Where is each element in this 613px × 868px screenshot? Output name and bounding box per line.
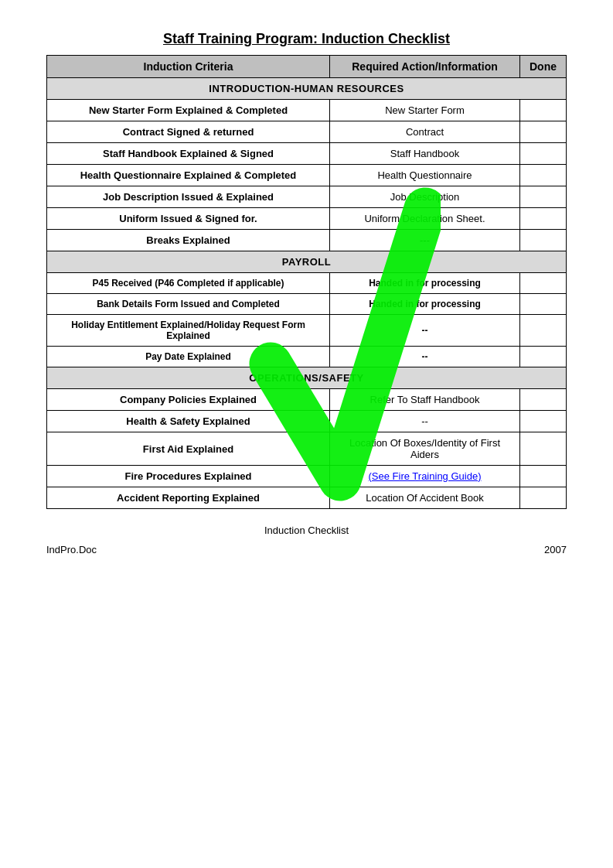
fire-training-link[interactable]: (See Fire Training Guide)	[369, 470, 482, 482]
criteria-cell: First Aid Explained	[47, 432, 330, 466]
table-row: Company Policies ExplainedRefer To Staff…	[47, 389, 567, 411]
footer-right: 2007	[544, 544, 567, 555]
criteria-cell: Health & Safety Explained	[47, 411, 330, 432]
action-cell: Handed in for processing	[330, 273, 520, 294]
section-label: PAYROLL	[47, 251, 567, 273]
table-row: Contract Signed & returnedContract	[47, 121, 567, 143]
table-row: Fire Procedures Explained(See Fire Train…	[47, 466, 567, 487]
section-row: INTRODUCTION-HUMAN RESOURCES	[47, 78, 567, 100]
table-row: Uniform Issued & Signed for.Uniform Decl…	[47, 208, 567, 230]
done-cell	[520, 143, 567, 165]
table-row: Breaks Explained---	[47, 230, 567, 251]
action-cell: Contract	[330, 121, 520, 143]
action-cell: ---	[330, 230, 520, 251]
action-cell: Handed in for processing	[330, 294, 520, 315]
done-cell	[520, 315, 567, 347]
done-cell	[520, 389, 567, 411]
action-cell: New Starter Form	[330, 100, 520, 121]
done-cell	[520, 347, 567, 367]
action-cell: (See Fire Training Guide)	[330, 466, 520, 487]
action-cell: Refer To Staff Handbook	[330, 389, 520, 411]
header-criteria: Induction Criteria	[47, 56, 330, 78]
criteria-cell: Fire Procedures Explained	[47, 466, 330, 487]
criteria-cell: Uniform Issued & Signed for.	[47, 208, 330, 230]
action-cell: Location Of Accident Book	[330, 487, 520, 509]
section-row: OPERATIONS/SAFETY	[47, 367, 567, 389]
criteria-cell: Staff Handbook Explained & Signed	[47, 143, 330, 165]
done-cell	[520, 487, 567, 509]
page-title: Staff Training Program: Induction Checkl…	[46, 31, 567, 47]
done-cell	[520, 230, 567, 251]
header-action: Required Action/Information	[330, 56, 520, 78]
action-cell: Staff Handbook	[330, 143, 520, 165]
table-row: First Aid ExplainedLocation Of Boxes/Ide…	[47, 432, 567, 466]
action-cell: Job Description	[330, 186, 520, 208]
section-row: PAYROLL	[47, 251, 567, 273]
criteria-cell: Holiday Entitlement Explained/Holiday Re…	[47, 315, 330, 347]
criteria-cell: Bank Details Form Issued and Completed	[47, 294, 330, 315]
table-row: Holiday Entitlement Explained/Holiday Re…	[47, 315, 567, 347]
criteria-cell: Company Policies Explained	[47, 389, 330, 411]
table-row: Staff Handbook Explained & SignedStaff H…	[47, 143, 567, 165]
footer-label: Induction Checklist	[46, 525, 567, 536]
induction-table: Induction Criteria Required Action/Infor…	[46, 55, 567, 509]
action-cell: --	[330, 347, 520, 367]
footer-bottom: IndPro.Doc 2007	[46, 544, 567, 555]
done-cell	[520, 208, 567, 230]
criteria-cell: Contract Signed & returned	[47, 121, 330, 143]
table-row: New Starter Form Explained & CompletedNe…	[47, 100, 567, 121]
footer-left: IndPro.Doc	[46, 544, 97, 555]
done-cell	[520, 411, 567, 432]
done-cell	[520, 294, 567, 315]
criteria-cell: Health Questionnaire Explained & Complet…	[47, 165, 330, 186]
table-row: Bank Details Form Issued and CompletedHa…	[47, 294, 567, 315]
done-cell	[520, 121, 567, 143]
action-cell: --	[330, 315, 520, 347]
criteria-cell: Accident Reporting Explained	[47, 487, 330, 509]
action-cell: Location Of Boxes/Identity of First Aide…	[330, 432, 520, 466]
done-cell	[520, 273, 567, 294]
action-cell: Uniform Declaration Sheet.	[330, 208, 520, 230]
done-cell	[520, 466, 567, 487]
done-cell	[520, 432, 567, 466]
criteria-cell: P45 Received (P46 Completed if applicabl…	[47, 273, 330, 294]
table-row: Job Description Issued & ExplainedJob De…	[47, 186, 567, 208]
page: Staff Training Program: Induction Checkl…	[0, 0, 613, 868]
header-done: Done	[520, 56, 567, 78]
done-cell	[520, 165, 567, 186]
action-cell: Health Questionnaire	[330, 165, 520, 186]
section-label: INTRODUCTION-HUMAN RESOURCES	[47, 78, 567, 100]
criteria-cell: New Starter Form Explained & Completed	[47, 100, 330, 121]
table-row: Health & Safety Explained--	[47, 411, 567, 432]
table-row: Pay Date Explained--	[47, 347, 567, 367]
criteria-cell: Breaks Explained	[47, 230, 330, 251]
done-cell	[520, 100, 567, 121]
done-cell	[520, 186, 567, 208]
criteria-cell: Job Description Issued & Explained	[47, 186, 330, 208]
section-label: OPERATIONS/SAFETY	[47, 367, 567, 389]
action-cell: --	[330, 411, 520, 432]
criteria-cell: Pay Date Explained	[47, 347, 330, 367]
table-row: Accident Reporting ExplainedLocation Of …	[47, 487, 567, 509]
table-row: Health Questionnaire Explained & Complet…	[47, 165, 567, 186]
table-row: P45 Received (P46 Completed if applicabl…	[47, 273, 567, 294]
